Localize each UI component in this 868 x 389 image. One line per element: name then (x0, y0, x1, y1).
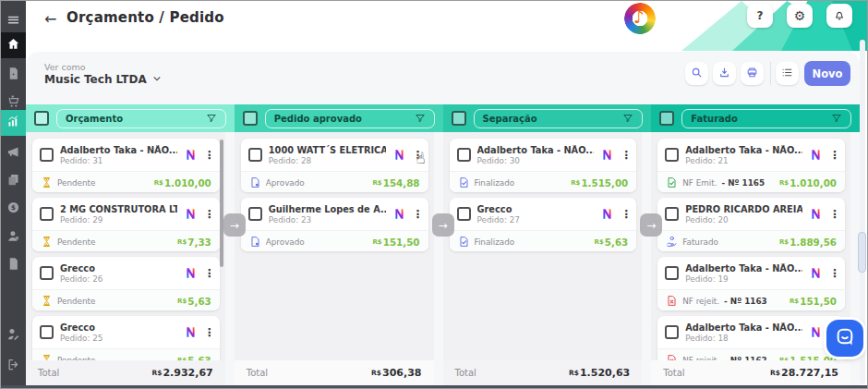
status-finalizado-icon (458, 176, 470, 188)
card-menu-button[interactable]: ⋮ (204, 267, 212, 280)
card-menu-button[interactable]: ⋮ (829, 149, 838, 162)
card-checkbox[interactable] (248, 207, 262, 221)
download-button[interactable] (713, 62, 736, 85)
card-checkbox[interactable] (665, 325, 679, 339)
coin-icon: $ (6, 201, 20, 218)
value-amount: 154,88 (383, 177, 420, 188)
total-amount: 2.932,67 (163, 367, 212, 379)
sidebar-item-user[interactable] (1, 225, 26, 250)
order-card[interactable]: GreccoPedido: 27⋮FinalizadoR$5,63 (450, 198, 637, 251)
move-to-next-column-button[interactable]: → (432, 213, 454, 237)
sidebar-item-person-edit[interactable] (1, 322, 26, 348)
card-checkbox[interactable] (457, 207, 471, 221)
card-menu-button[interactable]: ⋮ (829, 267, 838, 280)
order-number: Pedido: 31 (60, 156, 177, 165)
card-menu-button[interactable]: ⋮ (204, 326, 212, 339)
board-column-2: Pedido aprovado1000 WATT´S ELETRICA...Pe… (235, 104, 443, 385)
column-title-pill[interactable]: Separação (474, 109, 644, 128)
card-checkbox[interactable] (665, 266, 679, 280)
order-card[interactable]: Guilherme Lopes de A...Pedido: 23⋮Aprova… (241, 198, 428, 251)
column-title-pill[interactable]: Faturado (681, 109, 851, 128)
card-menu-button[interactable]: ⋮ (621, 149, 629, 162)
order-card[interactable]: 2 MG CONSTRUTORA LTD...Pedido: 29⋮Penden… (32, 198, 220, 251)
sidebar-item-file[interactable] (1, 252, 26, 278)
sidebar-item-coin[interactable]: $ (1, 196, 26, 222)
card-checkbox[interactable] (665, 207, 679, 221)
column-scrollbar-thumb[interactable] (220, 140, 223, 267)
card-checkbox[interactable] (665, 148, 679, 162)
order-card[interactable]: PEDRO RICARDO AREIAS...Pedido: 20⋮Fatura… (657, 198, 845, 251)
order-card[interactable]: Adalberto Taka - NÃO...Pedido: 18⋮NF rej… (657, 316, 845, 360)
order-card[interactable]: Adalberto Taka - NÃO...Pedido: 21⋮NF Emi… (657, 139, 845, 192)
card-top-row: GreccoPedido: 25⋮ (32, 316, 220, 348)
order-card[interactable]: GreccoPedido: 26⋮PendenteR$5,63 (32, 257, 220, 310)
filter-funnel-icon[interactable] (831, 113, 842, 124)
card-info: Adalberto Taka - NÃO...Pedido: 31 (60, 145, 177, 165)
value-amount: 5,63 (187, 355, 211, 361)
print-button[interactable] (741, 62, 764, 85)
sidebar: $ (1, 1, 26, 388)
n-brand-icon (184, 207, 198, 221)
order-value: R$7,33 (177, 237, 211, 248)
order-card[interactable]: Adalberto Taka - NÃO...Pedido: 31⋮Penden… (32, 139, 220, 192)
search-button[interactable] (685, 62, 708, 85)
card-info: GreccoPedido: 25 (60, 322, 177, 343)
list-icon (781, 65, 793, 82)
card-checkbox[interactable] (40, 325, 54, 339)
sidebar-item-chart[interactable] (1, 110, 26, 136)
order-card[interactable]: GreccoPedido: 25⋮PendenteR$5,63 (32, 316, 220, 360)
value-amount: 1.010,00 (790, 177, 837, 188)
card-menu-button[interactable]: ⋮ (204, 208, 212, 221)
order-value: R$1.515,00 (779, 355, 837, 361)
filter-funnel-icon[interactable] (206, 113, 217, 124)
currency-symbol: R$ (779, 238, 789, 246)
column-title-pill[interactable]: Orçamento (56, 109, 226, 128)
move-to-next-column-button[interactable]: → (223, 213, 246, 237)
company-selector[interactable]: Music Tech LTDA (44, 73, 162, 86)
column-select-checkbox[interactable] (34, 111, 49, 126)
back-arrow-icon[interactable]: ← (44, 10, 56, 28)
column-title-pill[interactable]: Pedido aprovado (265, 109, 435, 128)
list-view-button[interactable] (776, 62, 799, 85)
order-number: Pedido: 26 (60, 274, 177, 284)
column-select-checkbox[interactable] (659, 111, 674, 126)
card-checkbox[interactable] (40, 207, 54, 221)
help-button[interactable]: ? (747, 4, 773, 28)
sidebar-item-logout[interactable] (1, 353, 26, 379)
filter-funnel-icon[interactable] (415, 113, 426, 124)
order-card[interactable]: Adalberto Taka - NÃO...Pedido: 30⋮Finali… (450, 139, 637, 192)
column-select-checkbox[interactable] (452, 111, 466, 126)
order-number: Pedido: 23 (269, 215, 386, 225)
card-checkbox[interactable] (248, 148, 262, 162)
page-scrollbar-thumb[interactable] (858, 232, 866, 273)
sidebar-item-menu[interactable] (1, 8, 26, 34)
order-card[interactable]: Adalberto Taka - NÃO...Pedido: 19⋮NF rej… (657, 257, 845, 310)
column-select-checkbox[interactable] (243, 111, 258, 126)
card-menu-button[interactable]: ⋮ (621, 208, 629, 221)
card-menu-button[interactable]: ⋮ (204, 149, 212, 162)
status-label: Aprovado (266, 237, 305, 247)
n-brand-icon (600, 207, 614, 221)
sidebar-item-home[interactable] (1, 32, 26, 58)
card-checkbox[interactable] (40, 266, 54, 280)
card-info: 1000 WATT´S ELETRICA...Pedido: 28 (269, 145, 386, 165)
settings-button[interactable]: ⚙ (787, 4, 813, 28)
currency-symbol: R$ (569, 369, 579, 377)
card-menu-button[interactable]: ⋮ (413, 208, 421, 221)
total-value: R$2.932,67 (151, 367, 212, 379)
notifications-button[interactable] (826, 4, 852, 28)
card-checkbox[interactable] (40, 148, 54, 162)
sidebar-item-copy[interactable] (1, 168, 26, 194)
logout-icon (6, 358, 20, 375)
card-checkbox[interactable] (457, 148, 471, 162)
sidebar-item-file-plus[interactable] (1, 62, 26, 88)
chat-widget-button[interactable] (826, 320, 863, 357)
order-card[interactable]: 1000 WATT´S ELETRICA...Pedido: 28⋮Aprova… (241, 139, 428, 192)
currency-symbol: R$ (177, 238, 187, 246)
value-amount: 1.515,00 (581, 177, 628, 188)
filter-funnel-icon[interactable] (622, 113, 633, 124)
move-to-next-column-button[interactable]: → (640, 213, 662, 237)
card-menu-button[interactable]: ⋮ (829, 208, 838, 221)
sidebar-item-megaphone[interactable] (1, 140, 26, 166)
new-button[interactable]: Novo (804, 61, 850, 86)
